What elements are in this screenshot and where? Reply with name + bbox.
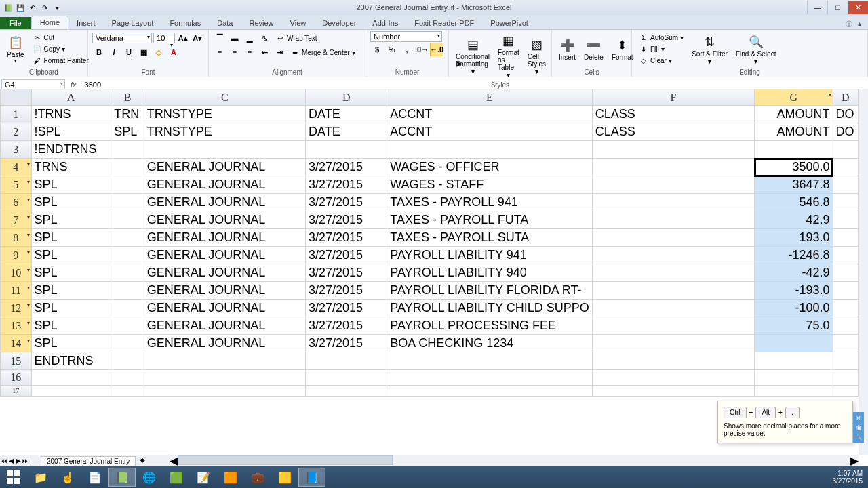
cell-G16[interactable] [755, 370, 833, 386]
sheet-nav-next-icon[interactable]: ▶ [15, 457, 22, 464]
tooltip-wrench-icon[interactable]: 🔧 [854, 434, 863, 441]
cell-C13[interactable]: GENERAL JOURNAL [144, 317, 305, 335]
task-word-icon[interactable]: 📘 [298, 468, 326, 487]
cell-C10[interactable]: GENERAL JOURNAL [144, 264, 305, 282]
cell-A1[interactable]: !TRNS [31, 106, 111, 123]
row-header-15[interactable]: 15 [1, 352, 32, 370]
fx-icon[interactable]: fx [66, 81, 81, 89]
font-name-select[interactable]: Verdana [92, 33, 152, 43]
conditional-formatting-button[interactable]: ▤Conditional Formatting ▾ [453, 35, 492, 77]
cell-E3[interactable] [387, 141, 592, 159]
task-green-icon[interactable]: 🟩 [163, 468, 190, 487]
cell-G5[interactable]: 3647.8 [755, 176, 833, 194]
cell-F14[interactable] [592, 335, 754, 352]
redo-icon[interactable]: ↷ [39, 2, 50, 13]
task-chrome-icon[interactable]: 🌐 [136, 468, 163, 487]
vertical-scrollbar[interactable] [859, 89, 868, 455]
shrink-font-button[interactable]: A▾ [191, 31, 204, 45]
col-header-G[interactable]: G [755, 89, 833, 106]
cell-A11[interactable]: SPL [31, 282, 111, 300]
task-finger-icon[interactable]: ☝ [54, 468, 81, 487]
cell-F11[interactable] [592, 282, 754, 300]
tab-data[interactable]: Data [209, 17, 241, 29]
orientation-button[interactable]: ⤡ [258, 31, 271, 45]
format-as-table-button[interactable]: ▦Format as Table ▾ [495, 31, 522, 80]
new-sheet-icon[interactable]: ✸ [136, 457, 149, 464]
cell-G9[interactable]: -1246.8 [755, 247, 833, 264]
row-header-3[interactable]: 3 [1, 141, 32, 159]
cell-C14[interactable]: GENERAL JOURNAL [144, 335, 305, 352]
col-header-D[interactable]: D [833, 89, 858, 106]
col-header-E[interactable]: E [387, 89, 592, 106]
align-middle-button[interactable]: ▬ [228, 31, 241, 45]
cell-A6[interactable]: SPL [31, 194, 111, 211]
start-button[interactable] [0, 466, 27, 488]
align-right-button[interactable]: ≡ [243, 45, 256, 59]
cell-D14[interactable]: 3/27/2015 [306, 335, 387, 352]
col-header-C[interactable]: C [144, 89, 305, 106]
tab-page-layout[interactable]: Page Layout [104, 17, 162, 29]
font-color-button[interactable]: A [167, 45, 180, 59]
cell-A9[interactable]: SPL [31, 247, 111, 264]
cell-B10[interactable] [111, 264, 144, 282]
cell-C3[interactable] [144, 141, 305, 159]
row-header-9[interactable]: 9 [1, 247, 32, 264]
cell-A15[interactable]: ENDTRNS [31, 352, 111, 370]
cell-B1[interactable]: TRN [111, 106, 144, 123]
minimize-ribbon-icon[interactable]: ▴ [858, 20, 861, 29]
insert-cells-button[interactable]: ➕Insert [556, 36, 578, 62]
autosum-button[interactable]: ΣAutoSum ▾ [636, 33, 686, 43]
increase-decimal-button[interactable]: .0→ [415, 43, 429, 56]
cell-D10[interactable]: 3/27/2015 [306, 264, 387, 282]
cell-C5[interactable]: GENERAL JOURNAL [144, 176, 305, 194]
cell-B12[interactable] [111, 300, 144, 317]
close-button[interactable]: ✕ [848, 1, 868, 14]
excel-icon[interactable]: 📗 [3, 2, 14, 13]
cell-F3[interactable] [592, 141, 754, 159]
cell-E1[interactable]: ACCNT [387, 106, 592, 123]
bold-button[interactable]: B [92, 45, 106, 59]
spreadsheet-grid[interactable]: ABCDEFGD1!TRNSTRNTRNSTYPEDATEACCNTCLASSA… [0, 89, 859, 455]
cell-G7[interactable]: 42.9 [755, 211, 833, 229]
sheet-nav-last-icon[interactable]: ⏭ [22, 457, 30, 464]
tooltip-trash-icon[interactable]: 🗑 [854, 424, 863, 431]
cell-D7[interactable]: 3/27/2015 [306, 211, 387, 229]
row-header-7[interactable]: 7 [1, 211, 32, 229]
cell-D11[interactable]: 3/27/2015 [306, 282, 387, 300]
tab-add-ins[interactable]: Add-Ins [364, 17, 406, 29]
cell-G4[interactable]: 3500.0 [755, 159, 833, 176]
horizontal-scrollbar[interactable]: ◀ ▶ [170, 455, 859, 466]
task-explorer-icon[interactable]: 📁 [27, 468, 54, 487]
cell-C11[interactable]: GENERAL JOURNAL [144, 282, 305, 300]
row-header-4[interactable]: 4 [1, 159, 32, 176]
row-header-17[interactable]: 17 [1, 386, 32, 396]
cell-F16[interactable] [592, 370, 754, 386]
cell-G15[interactable] [755, 352, 833, 370]
cell-C9[interactable]: GENERAL JOURNAL [144, 247, 305, 264]
cell-G13[interactable]: 75.0 [755, 317, 833, 335]
cell-D15[interactable] [306, 352, 387, 370]
cell-D4[interactable] [833, 159, 858, 176]
row-header-10[interactable]: 10 [1, 264, 32, 282]
help-icon[interactable]: ⓘ [846, 20, 852, 29]
cell-D2[interactable]: DATE [306, 123, 387, 141]
italic-button[interactable]: I [107, 45, 121, 59]
cell-F2[interactable]: CLASS [592, 123, 754, 141]
cell-E9[interactable]: PAYROLL LIABILITY 941 [387, 247, 592, 264]
cell-A4[interactable]: TRNS [31, 159, 111, 176]
comma-button[interactable]: , [400, 43, 414, 56]
indent-dec-button[interactable]: ⇤ [258, 45, 271, 59]
tab-formulas[interactable]: Formulas [161, 17, 209, 29]
tab-home[interactable]: Home [31, 16, 68, 29]
tab-powerpivot[interactable]: PowerPivot [482, 17, 536, 29]
cell-D14[interactable] [833, 335, 858, 352]
cell-A14[interactable]: SPL [31, 335, 111, 352]
cell-E6[interactable]: TAXES - PAYROLL 941 [387, 194, 592, 211]
cell-D8[interactable]: 3/27/2015 [306, 229, 387, 247]
align-top-button[interactable]: ▔ [213, 31, 226, 45]
cell-D16[interactable] [833, 370, 858, 386]
cell-D12[interactable] [833, 300, 858, 317]
cell-D8[interactable] [833, 229, 858, 247]
font-size-select[interactable]: 10 [153, 33, 175, 43]
sheet-tab[interactable]: 2007 General Journal Entry [41, 456, 136, 466]
